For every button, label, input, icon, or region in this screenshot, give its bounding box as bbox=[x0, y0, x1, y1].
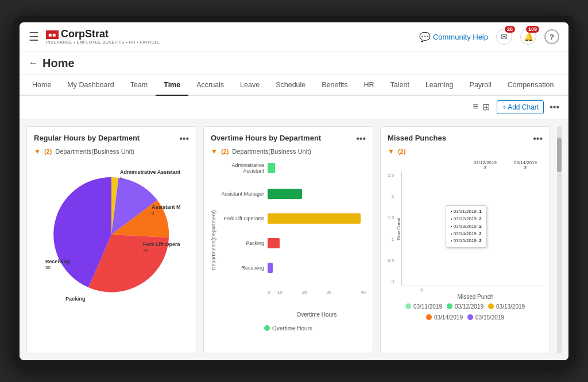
add-chart-label: + Add Chart bbox=[502, 103, 539, 111]
back-button[interactable]: ← bbox=[29, 58, 38, 68]
bar-label-fork: Fork Lift Operator bbox=[221, 216, 264, 222]
overtime-x-axis-title: Overtime Hours bbox=[268, 311, 366, 318]
overtime-filter-label: Departments(Business Unit) bbox=[232, 148, 311, 155]
nav-left: ☰ ■■ CorpStrat INSURANCE • EMPLOYEE BENE… bbox=[29, 29, 160, 44]
overtime-bars-area: AdministrativeAssistant Assistant Manage… bbox=[221, 160, 366, 321]
overtime-filter-count: (2) bbox=[221, 148, 229, 155]
y-label-0: 0 bbox=[388, 279, 394, 284]
overtime-header: Overtime Hours by Department ••• bbox=[211, 134, 366, 144]
tab-accruals[interactable]: Accruals bbox=[188, 75, 232, 96]
pie-chart-container: Administrative Assistant 0 Assistant Man… bbox=[34, 160, 189, 309]
tab-talent[interactable]: Talent bbox=[382, 75, 417, 96]
label-packing-val: 97.5 bbox=[65, 302, 75, 303]
label-receiving: Receiving bbox=[45, 259, 70, 264]
missed-legend: 03/11/2019 03/12/2019 03/13/2019 03/14/2… bbox=[388, 303, 543, 321]
content-area: Regular Hours by Department ••• ▼ (2) De… bbox=[20, 119, 568, 360]
device-frame: ☰ ■■ CorpStrat INSURANCE • EMPLOYEE BENE… bbox=[13, 15, 575, 367]
tab-hr[interactable]: HR bbox=[355, 75, 382, 96]
messages-badge: 26 bbox=[505, 26, 515, 33]
regular-hours-card: Regular Hours by Department ••• ▼ (2) De… bbox=[26, 126, 196, 353]
x-label-1: 0 bbox=[408, 287, 435, 293]
bar-track-admin bbox=[268, 163, 366, 173]
community-help-button[interactable]: 💬 Community Help bbox=[419, 32, 488, 42]
bar-fill-packing bbox=[268, 238, 280, 248]
tab-my-dashboard[interactable]: My Dashboard bbox=[59, 75, 122, 96]
tab-recruitment[interactable]: Recruitment bbox=[562, 75, 568, 96]
overtime-x-axis: 0 10 20 30 40 bbox=[268, 290, 366, 295]
overtime-legend-item: Overtime Hours bbox=[264, 325, 312, 332]
community-help-label: Community Help bbox=[433, 33, 488, 41]
page-title: Home bbox=[42, 57, 75, 70]
tab-benefits[interactable]: Benefits bbox=[314, 75, 355, 96]
tab-compensation[interactable]: Compensation bbox=[500, 75, 562, 96]
overtime-menu[interactable]: ••• bbox=[356, 134, 366, 144]
tooltip-line-1: • 03/11/2019: 1 bbox=[451, 208, 482, 216]
logo-icon: ■■ bbox=[46, 30, 59, 39]
missed-punches-menu[interactable]: ••• bbox=[533, 134, 543, 144]
bar-label-asst: Assistant Manager bbox=[221, 191, 264, 197]
bar-label-receiving: Receiving bbox=[221, 265, 264, 271]
notifications-badge: 109 bbox=[526, 26, 539, 33]
bar-track-packing bbox=[268, 238, 366, 248]
tab-schedule[interactable]: Schedule bbox=[268, 75, 314, 96]
screen: ☰ ■■ CorpStrat INSURANCE • EMPLOYEE BENE… bbox=[20, 22, 568, 360]
notifications-button[interactable]: 🔔 109 bbox=[520, 29, 536, 45]
y-label-1.5: 1.5 bbox=[388, 215, 394, 220]
label-asst: Assistant Manager bbox=[152, 204, 180, 210]
overtime-y-axis-label: Departments(Department) bbox=[211, 160, 221, 321]
legend-dot-0312 bbox=[447, 303, 452, 309]
legend-label-0312: 03/12/2019 bbox=[455, 303, 483, 310]
label-admin: Administrative Assistant bbox=[120, 169, 180, 175]
x-label-3 bbox=[462, 287, 489, 293]
overtime-filter: ▼ (2) Departments(Business Unit) bbox=[211, 147, 366, 155]
regular-hours-menu[interactable]: ••• bbox=[179, 134, 189, 144]
more-options-button[interactable]: ••• bbox=[550, 102, 559, 112]
regular-hours-filter-count: (2) bbox=[44, 148, 52, 155]
messages-button[interactable]: ✉ 26 bbox=[496, 29, 512, 45]
overtime-hours-card: Overtime Hours by Department ••• ▼ (2) D… bbox=[203, 126, 373, 353]
tab-payroll[interactable]: Payroll bbox=[462, 75, 500, 96]
top-nav: ☰ ■■ CorpStrat INSURANCE • EMPLOYEE BENE… bbox=[20, 22, 568, 52]
add-chart-button[interactable]: + Add Chart bbox=[497, 100, 544, 114]
regular-hours-filter: ▼ (2) Departments(Business Unit) bbox=[34, 147, 189, 155]
grid-view-button[interactable]: ⊞ bbox=[481, 100, 491, 114]
breadcrumb: ← Home bbox=[20, 52, 568, 75]
scrollbar[interactable] bbox=[557, 126, 562, 353]
missed-legend-0314: 03/14/2019 bbox=[426, 314, 463, 321]
bar-fill-receiving bbox=[268, 263, 273, 273]
tab-leave[interactable]: Leave bbox=[232, 75, 268, 96]
overtime-chart-area: Departments(Department) AdministrativeAs… bbox=[211, 160, 366, 321]
missed-legend-0315: 03/15/2019 bbox=[467, 314, 504, 321]
missed-filter-icon: ▼ bbox=[388, 147, 394, 155]
logo-subtitle: INSURANCE • EMPLOYEE BENEFITS • HR • PAY… bbox=[46, 40, 160, 45]
list-view-button[interactable]: ≡ bbox=[471, 100, 479, 114]
legend-dot-0313 bbox=[488, 303, 494, 309]
bar-row-asst: Assistant Manager bbox=[221, 189, 366, 199]
missed-legend-0313: 03/13/2019 bbox=[488, 303, 525, 310]
tab-time[interactable]: Time bbox=[156, 75, 188, 96]
help-button[interactable]: ? bbox=[544, 29, 559, 44]
tooltip-line-2: • 03/12/2019: 2 bbox=[451, 216, 482, 223]
overtime-legend-dot bbox=[264, 325, 270, 331]
overtime-legend-label: Overtime Hours bbox=[272, 325, 312, 332]
tab-learning[interactable]: Learning bbox=[417, 75, 462, 96]
scrollbar-thumb[interactable] bbox=[557, 138, 562, 172]
tab-team[interactable]: Team bbox=[122, 75, 156, 96]
bar-label-admin: AdministrativeAssistant bbox=[221, 162, 264, 175]
tab-home[interactable]: Home bbox=[24, 75, 59, 96]
logo-area: ■■ CorpStrat INSURANCE • EMPLOYEE BENEFI… bbox=[46, 29, 160, 44]
filter-icon: ▼ bbox=[34, 147, 41, 155]
x-label-4 bbox=[489, 287, 516, 293]
regular-hours-filter-label: Departments(Business Unit) bbox=[55, 148, 134, 155]
hamburger-menu[interactable]: ☰ bbox=[29, 30, 39, 44]
missed-bars-area: • 03/11/2019: 1 • 03/12/2019: 2 • 03/13/… bbox=[401, 171, 547, 286]
missed-top-labels: 03/12/20192 03/14/20192 bbox=[388, 160, 543, 170]
missed-x-axis-title: Missed Punch bbox=[408, 294, 543, 300]
legend-label-0311: 03/11/2019 bbox=[413, 303, 442, 310]
missed-tooltip: • 03/11/2019: 1 • 03/12/2019: 2 • 03/13/… bbox=[446, 205, 487, 248]
y-label-2: 2 bbox=[388, 194, 394, 199]
logo-title: ■■ CorpStrat bbox=[46, 29, 160, 40]
app-title: CorpStrat bbox=[61, 29, 109, 40]
x-label-2 bbox=[435, 287, 462, 293]
missed-punches-header: Missed Punches ••• bbox=[388, 134, 543, 144]
